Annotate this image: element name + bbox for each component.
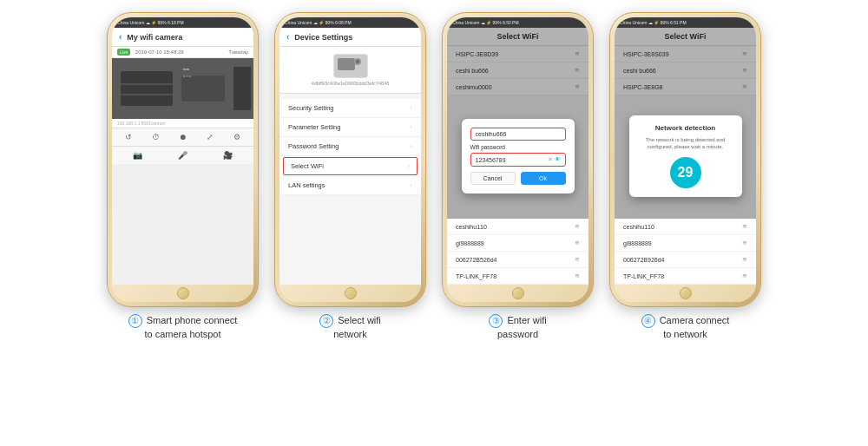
step-circle-2: ② [319, 314, 333, 328]
wifi-signal-icon: ≋ [742, 239, 747, 246]
cancel-button[interactable]: Cancel [470, 172, 516, 185]
back-arrow-2[interactable]: ‹ [286, 32, 289, 42]
camera-feed: ■■■ ■ ■ ■ [112, 58, 253, 119]
security-setting-item[interactable]: Security Setting › [279, 99, 421, 118]
network-dialog: Network detection The network is being d… [629, 115, 742, 198]
ssid-input[interactable]: ceshihu666 [470, 128, 566, 141]
mic-icon[interactable]: 🎤 [178, 151, 187, 160]
phone4-wrapper: China Unicom ☁ ⚡ 99% 6:51 PM Select WiFi… [609, 12, 761, 307]
parameter-setting-item[interactable]: Parameter Setting › [279, 118, 421, 137]
caption-text-3: Enter wifipassword [497, 315, 547, 339]
phone1: China Unicom ☁ ⚡ 99% 6:18 PM ‹ My wifi c… [107, 12, 259, 307]
wifi-below-2[interactable]: gl9888889 ≋ [447, 235, 589, 252]
wifi-list-below: ceshihu110 ≋ gl9888889 ≋ 006272B526d4 ≋ [447, 219, 589, 285]
wifi-signal-icon: ≋ [575, 239, 580, 246]
network-dialog-message: The network is being detected and config… [636, 136, 735, 151]
back-arrow-1[interactable]: ‹ [119, 32, 122, 42]
lan-settings-item[interactable]: LAN settings › [279, 176, 421, 195]
screen2-title: Device Settings [294, 33, 352, 42]
home-button-1[interactable] [177, 287, 189, 299]
camera-feed-content: ■■■ ■ ■ ■ [112, 58, 253, 119]
phone2-wrapper: China Unicom ☁ ⚡ 99% 6:08 PM ‹ Device Se… [274, 12, 426, 307]
caption-1: ① Smart phone connectto camera hotspot [107, 314, 259, 341]
caption-2: ② Select wifinetwork [274, 314, 426, 341]
svg-point-11 [356, 60, 359, 63]
wifi-below-1[interactable]: ceshihu110 ≋ [447, 219, 589, 235]
home-button-area-3 [447, 285, 589, 302]
chevron-icon: › [410, 142, 412, 150]
phone3: China Unicom ☁ ⚡ 99% 6:50 PM Select WiFi… [442, 12, 594, 307]
app-header-2: ‹ Device Settings [279, 28, 421, 47]
wifi-signal-icon: ≋ [575, 223, 580, 230]
caption-text-1: Smart phone connectto camera hotspot [144, 315, 237, 339]
settings-icon[interactable]: ⚙ [233, 133, 240, 141]
phone3-wrapper: China Unicom ☁ ⚡ 99% 6:50 PM Select WiFi… [442, 12, 594, 307]
wifi-signal-icon: ≋ [575, 272, 580, 279]
device-id-text: 4dbff93c406e1e0600bddd3efc74848 [312, 81, 390, 86]
wifi4-below-1[interactable]: ceshihu110 ≋ [615, 219, 756, 235]
svg-rect-2 [181, 75, 225, 102]
wifi4-list-below: ceshihu110 ≋ gl8888889 ≋ 006272B926d4 ≋ [615, 219, 756, 285]
caption-3: ③ Enter wifipassword [442, 314, 594, 341]
video-icon[interactable]: 🎥 [223, 151, 233, 160]
fullscreen-icon[interactable]: ⤢ [207, 133, 214, 141]
camera-thumbnail [333, 54, 368, 78]
caption-4: ④ Camera connectto network [609, 314, 761, 341]
live-badge: Live [117, 49, 130, 56]
wifi4-below-3[interactable]: 006272B926d4 ≋ [615, 252, 756, 268]
refresh-icon[interactable]: ↺ [125, 133, 132, 141]
svg-text:■■■: ■■■ [183, 67, 190, 71]
phone4: China Unicom ☁ ⚡ 99% 6:51 PM Select WiFi… [609, 12, 761, 307]
chevron-icon: › [410, 104, 412, 112]
status-bar-2: China Unicom ☁ ⚡ 99% 6:08 PM [279, 17, 421, 28]
camera-icons-row2: 📷 🎤 🎥 [112, 146, 253, 164]
home-button-4[interactable] [680, 287, 692, 299]
status-bar-3: China Unicom ☁ ⚡ 99% 6:50 PM [447, 17, 589, 28]
captions-row: ① Smart phone connectto camera hotspot ②… [107, 314, 761, 341]
home-button-3[interactable] [512, 287, 524, 299]
chevron-icon: › [410, 123, 412, 131]
phone1-wrapper: China Unicom ☁ ⚡ 99% 6:18 PM ‹ My wifi c… [107, 12, 259, 307]
home-button-2[interactable] [345, 287, 357, 299]
wifi-below-3[interactable]: 006272B526d4 ≋ [447, 252, 589, 268]
screen1-title: My wifi camera [127, 33, 182, 42]
camera-icons-row: ↺ ⏱ ⏺ ⤢ ⚙ [112, 128, 253, 146]
home-button-area-1 [112, 285, 253, 302]
photo-icon[interactable]: 📷 [133, 151, 142, 160]
status-bar-1: China Unicom ☁ ⚡ 99% 6:18 PM [112, 17, 253, 28]
network-dialog-title: Network detection [636, 124, 735, 132]
date-bar: Live 2019-07-10 18:48:29 Tuesday [112, 47, 253, 58]
step-circle-4: ④ [641, 314, 655, 328]
phone2: China Unicom ☁ ⚡ 99% 6:08 PM ‹ Device Se… [274, 12, 426, 307]
step-circle-1: ① [128, 314, 142, 328]
settings-list: Security Setting › Parameter Setting › P… [279, 99, 421, 195]
svg-rect-1 [121, 71, 173, 106]
ssid-label: ceshihu666 [470, 128, 566, 141]
select-wifi-item[interactable]: Select WiFi › [283, 157, 418, 175]
password-label: Wifi password [470, 144, 566, 150]
password-input[interactable]: 123456789 ✕ 👁 [470, 153, 566, 167]
step-circle-3: ③ [489, 314, 503, 328]
caption-text-2: Select wifinetwork [333, 315, 381, 339]
password-dialog: ceshihu666 Wifi password 123456789 ✕ 👁 [462, 119, 575, 193]
dialog-buttons: Cancel Ok [470, 172, 566, 185]
countdown-circle: 29 [670, 157, 701, 188]
wifi-signal-icon: ≋ [742, 272, 747, 279]
eye-icon[interactable]: 👁 [555, 156, 561, 163]
wifi4-below-2[interactable]: gl8888889 ≋ [615, 235, 756, 252]
wifi-signal-icon: ≋ [575, 256, 580, 263]
status-bar-4: China Unicom ☁ ⚡ 99% 6:51 PM [615, 17, 756, 28]
clear-icon[interactable]: ✕ [548, 156, 553, 163]
app-header-1: ‹ My wifi camera [112, 28, 253, 47]
phones-row: China Unicom ☁ ⚡ 99% 6:18 PM ‹ My wifi c… [107, 12, 761, 307]
timer-icon[interactable]: ⏱ [152, 133, 160, 141]
svg-text:■ ■ ■: ■ ■ ■ [183, 74, 192, 78]
wifi-below-4[interactable]: TP-LINK_FF78 ≋ [447, 268, 589, 285]
wifi4-below-4[interactable]: TP-LINK_FF78 ≋ [615, 268, 756, 285]
wifi-signal-icon: ≋ [742, 256, 747, 263]
password-setting-item[interactable]: Password Setting › [279, 137, 421, 156]
cam-info-bar: 192.168.1.1:8081/stream [112, 119, 253, 128]
record-icon[interactable]: ⏺ [179, 133, 187, 141]
chevron-icon: › [410, 181, 412, 189]
ok-button[interactable]: Ok [521, 172, 566, 185]
